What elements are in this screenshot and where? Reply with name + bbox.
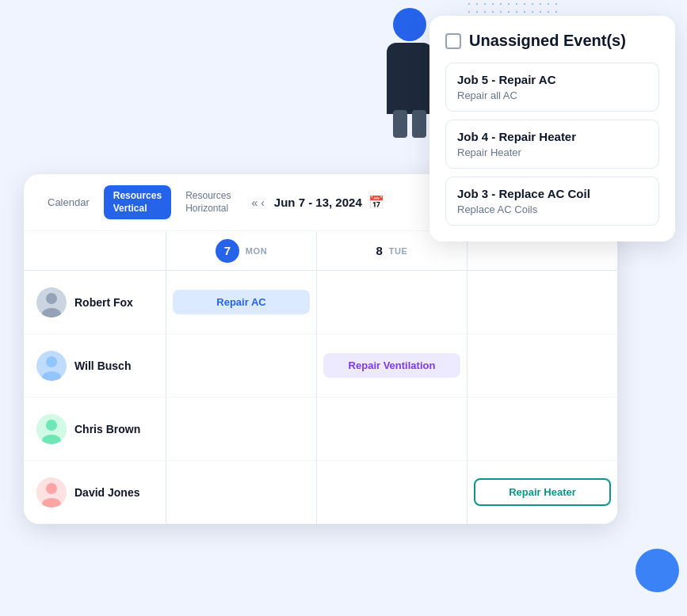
day-tue-label: TUE	[389, 246, 408, 256]
svg-point-7	[46, 420, 57, 431]
event-cell-will-mon	[166, 334, 317, 397]
unassigned-panel: Unassigned Event(s) Job 5 - Repair AC Re…	[429, 16, 675, 241]
event-cell-chris-wed	[468, 397, 618, 461]
figure-head	[393, 8, 426, 41]
resource-robert-fox: Robert Fox	[24, 271, 166, 334]
day-7-badge: 7	[216, 239, 239, 263]
calendar-icon[interactable]: 📅	[368, 195, 384, 210]
figure-leg-left	[393, 110, 407, 138]
nav-prev-button[interactable]: « ‹	[252, 196, 265, 209]
scene: Unassigned Event(s) Job 5 - Repair AC Re…	[0, 0, 687, 616]
blue-circle-decoration	[635, 549, 679, 592]
tab-resources-vertical[interactable]: Resources Vertical	[104, 185, 171, 219]
event-cell-david-mon	[166, 461, 317, 524]
svg-point-1	[46, 293, 57, 304]
unassigned-checkbox[interactable]	[445, 33, 461, 49]
event-card-title-job5: Job 5 - Repair AC	[457, 73, 647, 86]
chip-repair-ac[interactable]: Repair AC	[173, 290, 310, 314]
resource-david-jones: David Jones	[24, 461, 166, 524]
avatar-will-busch	[36, 351, 67, 381]
avatar-david-jones	[36, 477, 67, 508]
event-card-job5[interactable]: Job 5 - Repair AC Repair all AC	[445, 63, 659, 112]
calendar-grid: 7 MON 8 TUE Robert Fo	[24, 231, 618, 524]
resource-chris-brown: Chris Brown	[24, 397, 166, 461]
day-8-number: 8	[376, 244, 383, 257]
chip-repair-ventilation[interactable]: Repair Ventilation	[323, 353, 460, 378]
event-cell-will-tue: Repair Ventilation	[317, 334, 468, 397]
event-card-sub-job4: Repair Heater	[457, 146, 647, 158]
event-cell-robert-mon: Repair AC	[166, 271, 317, 334]
event-card-title-job4: Job 4 - Repair Heater	[457, 130, 647, 143]
tab-calendar[interactable]: Calendar	[40, 192, 97, 213]
day-header-mon: 7 MON	[166, 231, 317, 271]
unassigned-title: Unassigned Event(s)	[469, 32, 626, 50]
event-card-sub-job5: Repair all AC	[457, 89, 647, 101]
event-card-sub-job3: Replace AC Coils	[457, 203, 647, 215]
event-cell-robert-wed	[468, 271, 618, 334]
tab-resources-horizontal[interactable]: Resources Horizontal	[177, 185, 239, 219]
event-cell-will-wed	[468, 334, 618, 397]
avatar-robert-fox	[36, 287, 67, 318]
unassigned-header: Unassigned Event(s)	[445, 32, 659, 50]
svg-point-10	[46, 483, 57, 494]
event-cell-chris-tue	[317, 397, 468, 461]
chip-repair-heater[interactable]: Repair Heater	[474, 478, 611, 506]
resource-name-david-jones: David Jones	[74, 486, 139, 499]
event-cell-chris-mon	[166, 397, 317, 461]
resource-name-robert-fox: Robert Fox	[74, 296, 133, 309]
figure-leg-right	[412, 110, 426, 138]
date-range: Jun 7 - 13, 2024	[274, 196, 362, 209]
svg-point-4	[46, 356, 57, 367]
resource-will-busch: Will Busch	[24, 334, 166, 397]
avatar-chris-brown	[36, 414, 67, 444]
day-mon-label: MON	[246, 246, 267, 256]
event-cell-david-tue	[317, 461, 468, 524]
resource-name-chris-brown: Chris Brown	[74, 423, 140, 435]
figure-body	[387, 43, 433, 114]
event-card-job4[interactable]: Job 4 - Repair Heater Repair Heater	[445, 120, 659, 169]
event-card-title-job3: Job 3 - Replace AC Coil	[457, 187, 647, 200]
event-cell-robert-tue	[317, 271, 468, 334]
event-card-job3[interactable]: Job 3 - Replace AC Coil Replace AC Coils	[445, 177, 659, 226]
header-empty	[24, 231, 166, 271]
resource-name-will-busch: Will Busch	[74, 359, 131, 372]
event-cell-david-wed: Repair Heater	[468, 461, 618, 524]
